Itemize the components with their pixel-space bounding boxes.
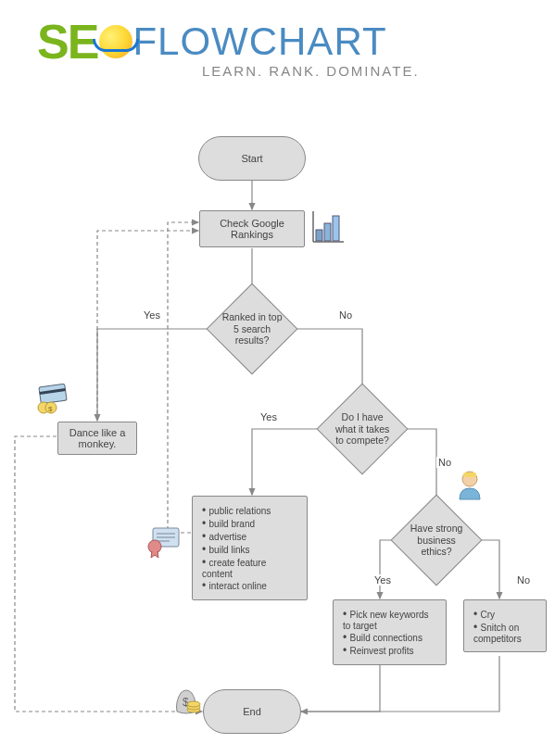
list-item: public relations (202, 504, 297, 517)
start-node: Start (198, 136, 306, 181)
dance-node: Dance like a monkey. (57, 422, 137, 455)
bar-chart-icon (311, 207, 348, 244)
ranked-no-label: No (337, 309, 354, 321)
svg-point-20 (187, 701, 200, 707)
svg-rect-16 (463, 472, 476, 477)
list-item: Build connections (343, 631, 436, 644)
check-rankings-node: Check Google Rankings (199, 210, 305, 247)
ethics-no-label: No (515, 574, 532, 586)
svg-rect-2 (333, 216, 339, 241)
list-item: build links (202, 543, 297, 556)
list-item: Snitch on competitors (473, 621, 536, 644)
list-item: create feature content (202, 556, 297, 579)
svg-rect-0 (316, 230, 322, 241)
ethics-yes-label: Yes (372, 574, 393, 586)
list-item: interact online (202, 579, 297, 592)
svg-text:$: $ (48, 405, 53, 413)
compete-yes-list: public relationsbuild brandadvertisebuil… (192, 496, 308, 600)
compete-yes-label: Yes (259, 411, 279, 422)
ethics-no-list: CrySnitch on competitors (463, 599, 547, 652)
money-bag-icon: $ (170, 684, 203, 717)
list-item: advertise (202, 530, 297, 543)
money-card-icon: $ (32, 380, 73, 417)
list-item: build brand (202, 517, 297, 530)
certificate-icon (144, 521, 183, 560)
ethics-yes-list: Pick new keywords to targetBuild connect… (333, 599, 447, 665)
ranked-yes-label: Yes (142, 309, 162, 321)
compete-no-label: No (436, 457, 453, 468)
list-item: Pick new keywords to target (343, 608, 436, 631)
svg-rect-1 (324, 223, 331, 241)
person-icon (452, 468, 487, 503)
list-item: Reinvest profits (343, 644, 436, 657)
svg-point-14 (148, 540, 161, 553)
end-node: End (203, 689, 301, 734)
list-item: Cry (473, 608, 536, 621)
